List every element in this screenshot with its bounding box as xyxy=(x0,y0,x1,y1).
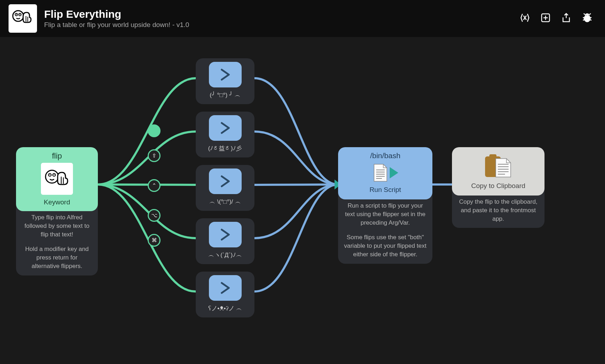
keyword-image xyxy=(41,163,73,195)
add-icon[interactable] xyxy=(540,12,551,25)
argvar-label: ︵ \(°□°)/ ︵ xyxy=(196,198,254,207)
argvar-icon xyxy=(209,62,242,87)
argvar-label: ︵ヽ(`Д´)ﾉ︵ xyxy=(196,251,254,261)
keyword-desc-1: Type flip into Alfred followed by some t… xyxy=(16,211,98,243)
argvar-node-1[interactable]: (╯ °□°) ╯ ︵ xyxy=(196,58,254,104)
script-type-label: Run Script xyxy=(338,186,432,194)
clipboard-desc: Copy the flip to the clipboard, and past… xyxy=(452,196,544,228)
clipboard-type-label: Copy to Clipboard xyxy=(452,182,544,190)
argvar-icon xyxy=(209,222,242,247)
script-icon xyxy=(371,163,400,182)
svg-point-9 xyxy=(588,15,589,16)
argvar-node-4[interactable]: ︵ヽ(`Д´)ﾉ︵ xyxy=(196,218,254,264)
argvar-icon xyxy=(209,168,242,194)
workflow-icon xyxy=(9,4,37,33)
modifier-cmd-icon[interactable]: ⌘ xyxy=(148,234,161,247)
argvar-node-2[interactable]: (ﾉಠ益ಠ)ﾉ彡 xyxy=(196,112,254,157)
svg-point-4 xyxy=(20,14,20,15)
workflow-title: Flip Everything xyxy=(44,8,520,20)
workflow-subtitle: Flip a table or flip your world upside d… xyxy=(44,21,520,29)
argvar-label: (╯ °□°) ╯ ︵ xyxy=(196,91,254,101)
svg-point-10 xyxy=(46,170,58,183)
clipboard-node[interactable]: Copy to Clipboard Copy the flip to the c… xyxy=(452,147,544,228)
argvar-icon xyxy=(209,115,242,141)
keyword-title: flip xyxy=(16,151,98,161)
svg-point-13 xyxy=(49,174,51,175)
svg-point-0 xyxy=(13,11,23,21)
svg-point-8 xyxy=(586,15,587,16)
modifier-option-icon[interactable]: ⌥ xyxy=(148,209,161,222)
modifier-shift-icon[interactable]: ⇧ xyxy=(148,149,161,162)
modifier-none-icon[interactable] xyxy=(148,124,161,137)
modifier-ctrl-icon[interactable]: ⌃ xyxy=(148,179,161,192)
argvar-node-3[interactable]: ︵ \(°□°)/ ︵ xyxy=(196,165,254,211)
variables-icon[interactable] xyxy=(520,12,530,25)
keyword-type-label: Keyword xyxy=(16,198,98,206)
script-desc-1: Run a script to flip your your text usin… xyxy=(338,199,432,232)
clipboard-icon xyxy=(452,154,544,178)
svg-point-14 xyxy=(54,174,55,175)
svg-rect-21 xyxy=(489,154,496,159)
argvar-icon xyxy=(209,275,242,301)
keyword-node[interactable]: flip Keyword Type flip into Alfred follo… xyxy=(16,147,98,275)
argvar-label: (ﾉಠ益ಠ)ﾉ彡 xyxy=(196,144,254,154)
script-title: /bin/bash xyxy=(338,151,432,160)
run-script-node[interactable]: /bin/bash Run Script Run a script to fli… xyxy=(338,147,432,264)
script-desc-2: Some flips use the set "both" variable t… xyxy=(338,232,432,263)
header: Flip Everything Flip a table or flip you… xyxy=(0,0,605,37)
debug-icon[interactable] xyxy=(582,12,593,25)
argvar-label: ʕノ•ᴥ•ʔノ ︵ xyxy=(196,304,254,314)
keyword-desc-2: Hold a modifier key and press return for… xyxy=(16,243,98,275)
svg-point-3 xyxy=(16,14,17,15)
argvar-node-5[interactable]: ʕノ•ᴥ•ʔノ ︵ xyxy=(196,272,254,317)
export-icon[interactable] xyxy=(561,12,572,25)
workflow-canvas[interactable]: ⇧ ⌃ ⌥ ⌘ flip Keyword Type flip into Alfr… xyxy=(0,37,605,364)
